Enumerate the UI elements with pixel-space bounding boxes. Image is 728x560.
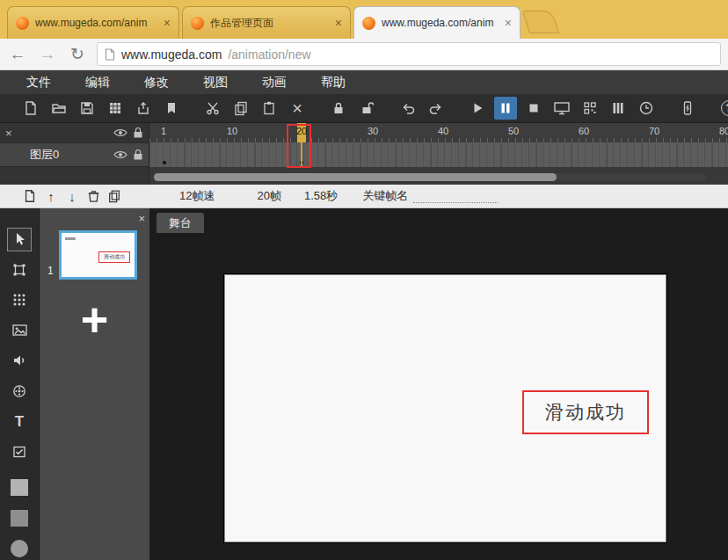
image-icon [11, 323, 28, 338]
menu-help[interactable]: 帮助 [321, 75, 346, 91]
monitor-icon [553, 100, 571, 116]
open-button[interactable] [47, 97, 70, 120]
delete-layer-button[interactable] [83, 185, 104, 207]
reel-icon [11, 383, 27, 399]
add-page-button[interactable]: + [40, 293, 149, 345]
tab-title: www.mugeda.com/anim [35, 17, 157, 29]
tab-close-icon[interactable]: × [335, 17, 342, 29]
layer-name: 图层0 [30, 147, 108, 163]
shape-rectangle-tool[interactable] [7, 476, 32, 499]
pause-button[interactable] [494, 97, 517, 120]
reload-button[interactable]: ↻ [67, 44, 88, 64]
form-tool[interactable] [7, 440, 32, 464]
stage[interactable]: 滑动成功 [224, 274, 666, 542]
duplicate-icon [107, 189, 121, 203]
redo-button[interactable] [425, 97, 448, 120]
qrcode-button[interactable] [579, 97, 601, 120]
back-button[interactable]: ← [7, 45, 28, 64]
redo-icon [428, 100, 444, 116]
timeline-layer-list: × 图层0 [0, 123, 149, 185]
tab-close-icon[interactable]: × [505, 17, 512, 29]
shape-rectangle2-tool[interactable] [7, 506, 32, 530]
share-export-icon [135, 100, 151, 116]
arrow-up-icon: ↑ [47, 189, 55, 204]
browser-tab-3-active[interactable]: www.mugeda.com/anim × [353, 6, 521, 39]
help-icon: ? [721, 100, 728, 116]
timeline-panel: × 图层0 1 10 20 30 40 50 60 70 [0, 123, 728, 185]
play-icon [470, 100, 485, 116]
menu-bar: 文件 编辑 修改 视图 动画 帮助 [0, 70, 728, 94]
lock-all-icon[interactable] [133, 127, 143, 139]
shape-ellipse-tool[interactable] [7, 536, 32, 560]
play-button[interactable] [466, 97, 489, 120]
timeline-scrollbar[interactable] [154, 173, 706, 181]
close-timeline-icon[interactable]: × [5, 127, 12, 140]
bookmark-button[interactable] [160, 97, 183, 120]
menu-file[interactable]: 文件 [26, 75, 51, 91]
preview-button[interactable] [550, 97, 573, 120]
menu-animation[interactable]: 动画 [262, 75, 287, 91]
unlock-button[interactable] [355, 97, 378, 120]
thumbnail-content-mark [65, 237, 76, 240]
delete-button[interactable]: × [286, 97, 309, 120]
browser-tab-2[interactable]: 作品管理页面 × [182, 6, 351, 39]
columns-button[interactable] [607, 97, 630, 120]
assets-tool[interactable] [7, 380, 32, 404]
stage-tab[interactable]: 舞台 [157, 213, 204, 233]
page-number: 1 [47, 265, 54, 277]
duplicate-layer-button[interactable] [104, 185, 125, 207]
layer-frames-strip[interactable] [149, 142, 728, 167]
ruler-label: 40 [438, 126, 448, 136]
copy-button[interactable] [229, 97, 252, 120]
tab-favicon-icon [362, 17, 375, 30]
browser-tab-1[interactable]: www.mugeda.com/anim × [7, 6, 179, 39]
visibility-eye-icon[interactable] [113, 127, 127, 138]
image-tool[interactable] [7, 319, 32, 343]
cut-scissors-icon [205, 100, 221, 116]
lock-button[interactable] [327, 97, 350, 120]
layer-visibility-eye-icon[interactable] [113, 149, 127, 160]
history-clock-button[interactable] [635, 97, 658, 120]
new-layer-button[interactable] [19, 185, 40, 207]
pages-panel: × 1 滑动成功 + [40, 208, 149, 560]
move-layer-up-button[interactable]: ↑ [40, 185, 62, 207]
forward-button[interactable]: → [37, 45, 58, 64]
audio-tool[interactable] [7, 349, 32, 373]
stop-button[interactable] [522, 97, 545, 120]
new-file-button[interactable] [19, 97, 42, 120]
transform-tool[interactable] [7, 258, 32, 282]
new-tab-button[interactable] [522, 11, 559, 33]
help-button[interactable]: ? [717, 97, 728, 120]
select-tool[interactable] [7, 228, 32, 251]
tab-favicon-icon [16, 17, 29, 30]
timeline-scrollbar-thumb[interactable] [154, 173, 557, 181]
keyframe-name-input[interactable] [413, 189, 498, 203]
export-button[interactable] [132, 97, 155, 120]
components-tool[interactable] [7, 288, 32, 312]
menu-edit[interactable]: 编辑 [85, 75, 110, 91]
save-button[interactable] [76, 97, 98, 120]
mobile-preview-button[interactable] [676, 97, 699, 120]
undo-button[interactable] [397, 97, 419, 120]
red-annotation-box-message[interactable]: 滑动成功 [522, 390, 649, 434]
trash-icon [87, 189, 100, 203]
stage-message-text: 滑动成功 [545, 400, 626, 425]
rectangle-swatch-icon [11, 479, 28, 496]
menu-view[interactable]: 视图 [203, 75, 228, 91]
close-pages-panel-icon[interactable]: × [138, 212, 145, 225]
grid-panel-button[interactable] [104, 97, 127, 120]
tab-close-icon[interactable]: × [164, 17, 171, 29]
layer-lock-icon[interactable] [133, 149, 143, 161]
address-bar[interactable]: www.mugeda.com/animation/new [97, 42, 721, 66]
keyframe-dot[interactable] [163, 161, 166, 164]
grid-icon [107, 100, 123, 116]
move-layer-down-button[interactable]: ↓ [62, 185, 83, 207]
menu-modify[interactable]: 修改 [144, 75, 169, 91]
cut-button[interactable] [201, 97, 224, 120]
layer-row[interactable]: 图层0 [0, 142, 149, 167]
browser-window: www.mugeda.com/anim × 作品管理页面 × www.muged… [0, 0, 728, 560]
page-thumbnail[interactable]: 滑动成功 [59, 230, 137, 280]
paste-button[interactable] [258, 97, 280, 120]
text-tool[interactable]: T [7, 410, 32, 433]
frame-ruler[interactable]: 1 10 20 30 40 50 60 70 80 [149, 123, 728, 142]
